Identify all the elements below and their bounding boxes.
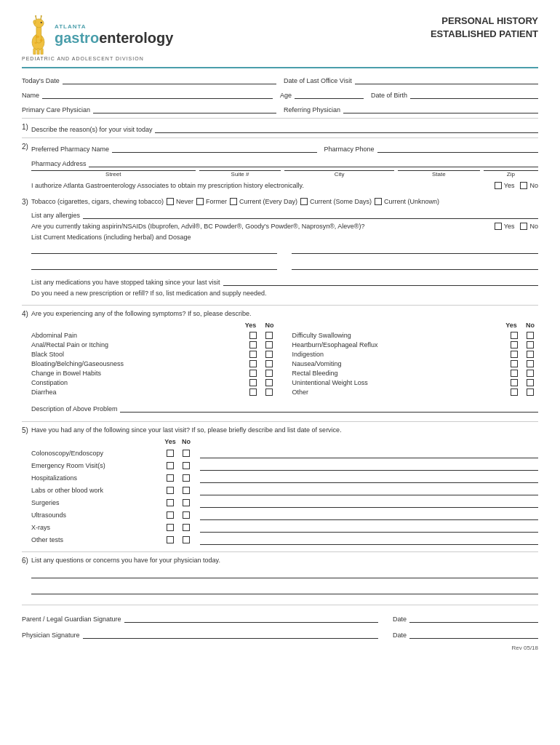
bloating-no[interactable] <box>265 360 273 367</box>
other-tests-no[interactable] <box>183 536 190 543</box>
state-label: State <box>398 171 480 178</box>
hosp-no[interactable] <box>183 474 190 482</box>
todays-date-field[interactable] <box>63 74 276 84</box>
abdominal-yes[interactable] <box>249 332 257 339</box>
questions-line-2[interactable] <box>31 584 538 594</box>
parent-sig-field[interactable] <box>124 613 378 623</box>
swallowing-no[interactable] <box>527 332 534 339</box>
section-2-number: 2) <box>22 143 28 151</box>
name-field[interactable] <box>42 89 273 99</box>
suite-label: Suite # <box>199 171 281 178</box>
page-header: ATLANTA gastroenterology PEDIATRIC AND A… <box>22 15 538 68</box>
weight-loss-no[interactable] <box>527 379 534 386</box>
labs-desc[interactable] <box>200 485 538 495</box>
black-stool-yes[interactable] <box>249 351 257 358</box>
xray-desc[interactable] <box>200 522 538 533</box>
med-line-4[interactable] <box>292 260 538 270</box>
questions-line-1[interactable] <box>31 568 538 578</box>
tobacco-current-ed-checkbox[interactable] <box>230 198 237 205</box>
bowel-yes[interactable] <box>249 370 257 377</box>
other-symptom-no[interactable] <box>527 389 534 396</box>
other-tests-desc[interactable] <box>200 535 538 545</box>
pharmacy-phone-label: Pharmacy Phone <box>324 146 375 153</box>
bowel-no[interactable] <box>265 370 273 377</box>
logo-section: ATLANTA gastroenterology PEDIATRIC AND A… <box>22 15 173 61</box>
other-tests-yes[interactable] <box>167 536 174 543</box>
aspirin-text: Are you currently taking aspirin/NSAIDs … <box>31 223 489 230</box>
xray-no[interactable] <box>183 524 190 531</box>
nausea-yes[interactable] <box>511 360 518 367</box>
surgery-no[interactable] <box>183 499 190 506</box>
xray-yes[interactable] <box>167 524 174 531</box>
svg-point-7 <box>41 22 42 23</box>
constipation-yes[interactable] <box>249 379 257 386</box>
aspirin-no-checkbox[interactable] <box>520 223 527 230</box>
swallowing-yes[interactable] <box>511 332 518 339</box>
colonoscopy-yes[interactable] <box>167 450 174 457</box>
heartburn-no[interactable] <box>527 341 534 348</box>
ultrasound-desc[interactable] <box>200 510 538 520</box>
pharmacy-name-field[interactable] <box>112 143 317 153</box>
age-field[interactable] <box>295 89 364 99</box>
pharmacy-phone-field[interactable] <box>377 143 538 153</box>
authorize-text: I authorize Atlanta Gastroenterology Ass… <box>31 182 304 189</box>
indigestion-no[interactable] <box>527 351 534 358</box>
med-line-1[interactable] <box>31 244 278 254</box>
service-row: Ultrasounds <box>31 510 538 520</box>
indigestion-yes[interactable] <box>511 351 518 358</box>
abdominal-no[interactable] <box>265 332 273 339</box>
symptom-row: Unintentional Weight Loss <box>292 379 538 386</box>
symptoms-yes-header-left: Yes <box>242 322 258 329</box>
visit-reason-field[interactable] <box>155 123 538 133</box>
aspirin-yes-checkbox[interactable] <box>495 223 502 230</box>
ultrasound-no[interactable] <box>183 511 190 519</box>
colonoscopy-no[interactable] <box>183 450 190 457</box>
labs-no[interactable] <box>183 487 190 494</box>
hosp-desc[interactable] <box>200 473 538 483</box>
surgery-yes[interactable] <box>167 499 174 506</box>
rectal-no[interactable] <box>527 370 534 377</box>
services-yes-header: Yes <box>162 438 178 445</box>
constipation-no[interactable] <box>265 379 273 386</box>
pharmacy-address-start[interactable] <box>89 157 538 167</box>
physician-sig-field[interactable] <box>83 629 378 639</box>
dob-field[interactable] <box>410 89 538 99</box>
pharmacy-address-label: Pharmacy Address <box>31 160 87 167</box>
er-yes[interactable] <box>167 462 174 469</box>
rectal-yes[interactable] <box>511 370 518 377</box>
heartburn-yes[interactable] <box>511 341 518 348</box>
hosp-yes[interactable] <box>167 474 174 482</box>
last-visit-field[interactable] <box>355 74 538 84</box>
er-no[interactable] <box>183 462 190 469</box>
weight-loss-yes[interactable] <box>511 379 518 386</box>
pcp-field[interactable] <box>93 103 276 113</box>
labs-yes[interactable] <box>167 487 174 494</box>
aspirin-no-label: No <box>529 223 538 230</box>
med-line-2[interactable] <box>31 260 278 270</box>
other-symptom-yes[interactable] <box>511 389 518 396</box>
er-desc[interactable] <box>200 461 538 471</box>
referring-field[interactable] <box>343 103 538 113</box>
nausea-no[interactable] <box>527 360 534 367</box>
anal-yes[interactable] <box>249 341 257 348</box>
authorize-no-checkbox[interactable] <box>520 182 527 189</box>
diarrhea-yes[interactable] <box>249 389 257 396</box>
tobacco-current-uk-checkbox[interactable] <box>375 198 382 205</box>
authorize-yes-checkbox[interactable] <box>495 182 502 189</box>
anal-no[interactable] <box>265 341 273 348</box>
black-stool-no[interactable] <box>265 351 273 358</box>
stopped-field[interactable] <box>223 276 538 286</box>
diarrhea-no[interactable] <box>265 389 273 396</box>
physician-date-field[interactable] <box>409 629 538 639</box>
bloating-yes[interactable] <box>249 360 257 367</box>
ultrasound-yes[interactable] <box>167 511 174 519</box>
med-line-3[interactable] <box>292 244 538 254</box>
tobacco-former-checkbox[interactable] <box>196 198 204 205</box>
parent-date-field[interactable] <box>409 613 538 623</box>
tobacco-current-sd-checkbox[interactable] <box>300 198 308 205</box>
surgery-desc[interactable] <box>200 498 538 508</box>
description-field[interactable] <box>120 402 538 413</box>
colonoscopy-desc[interactable] <box>200 448 538 458</box>
tobacco-never-checkbox[interactable] <box>167 198 174 205</box>
allergy-field[interactable] <box>83 209 538 219</box>
